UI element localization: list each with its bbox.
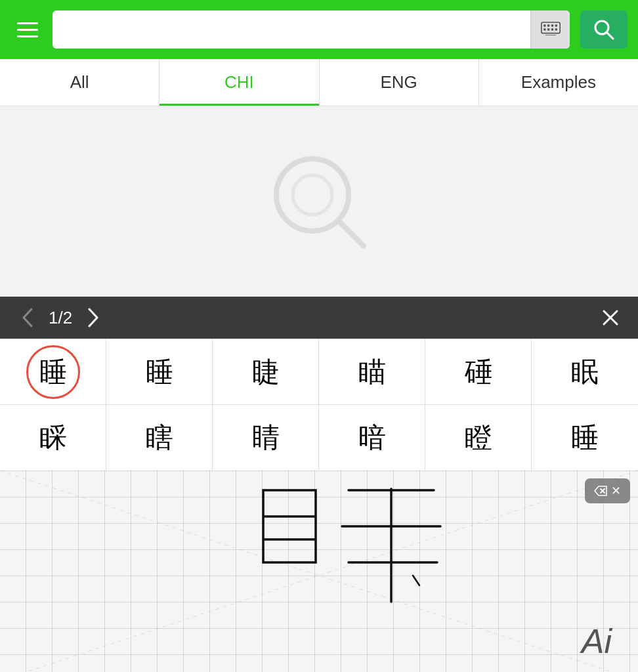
header xyxy=(0,0,638,59)
keyboard-button[interactable] xyxy=(530,10,570,49)
svg-line-11 xyxy=(606,32,613,39)
svg-rect-4 xyxy=(555,24,557,26)
search-icon xyxy=(593,18,615,41)
char-cell-3[interactable]: 瞄 xyxy=(319,339,425,405)
tab-examples[interactable]: Examples xyxy=(479,59,638,106)
char-cell-9[interactable]: 暗 xyxy=(319,405,425,471)
svg-rect-6 xyxy=(547,28,549,30)
svg-rect-7 xyxy=(551,28,553,30)
ai-label: Ai xyxy=(582,621,612,661)
menu-icon-line3 xyxy=(17,35,38,37)
char-cell-2[interactable]: 睫 xyxy=(213,339,319,405)
char-cell-8[interactable]: 睛 xyxy=(213,405,319,471)
svg-rect-2 xyxy=(547,24,549,26)
chevron-right-icon xyxy=(87,308,100,327)
tabs-bar: All CHI ENG Examples xyxy=(0,59,638,106)
chevron-left-icon xyxy=(21,308,34,327)
svg-rect-22 xyxy=(263,490,316,562)
svg-marker-19 xyxy=(595,486,606,495)
char-cell-4[interactable]: 硾 xyxy=(425,339,532,405)
drawing-area[interactable]: ✕ Ai xyxy=(0,471,638,672)
delete-stroke-label: ✕ xyxy=(611,484,621,498)
char-circled: 睡 xyxy=(26,345,80,399)
prev-page-button[interactable] xyxy=(13,303,42,332)
keyboard-icon xyxy=(541,22,561,38)
next-page-button[interactable] xyxy=(79,303,108,332)
char-cell-7[interactable]: 瞎 xyxy=(106,405,213,471)
svg-rect-8 xyxy=(555,28,557,30)
menu-icon-line1 xyxy=(17,22,38,24)
search-button[interactable] xyxy=(580,10,627,49)
svg-rect-3 xyxy=(551,24,553,26)
char-cell-1[interactable]: 睡 xyxy=(106,339,213,405)
char-cell-6[interactable]: 睬 xyxy=(0,405,106,471)
char-cell-0[interactable]: 睡 xyxy=(0,339,106,405)
char-cell-11[interactable]: 睡 xyxy=(532,405,638,471)
drawn-character-strokes xyxy=(250,484,447,667)
svg-rect-1 xyxy=(543,24,545,26)
char-cell-5[interactable]: 眠 xyxy=(532,339,638,405)
svg-point-13 xyxy=(293,175,332,215)
menu-button[interactable] xyxy=(11,12,45,47)
tab-eng[interactable]: ENG xyxy=(320,59,479,106)
close-icon xyxy=(601,308,620,327)
svg-rect-0 xyxy=(541,22,559,33)
search-placeholder-icon xyxy=(266,149,372,254)
char-grid: 睡 睡 睫 瞄 硾 眠 睬 瞎 睛 暗 瞪 睡 xyxy=(0,339,638,471)
close-results-button[interactable] xyxy=(596,303,625,332)
search-bar xyxy=(53,10,570,49)
char-cell-10[interactable]: 瞪 xyxy=(425,405,532,471)
empty-search-area xyxy=(0,106,638,297)
delete-stroke-button[interactable]: ✕ xyxy=(585,478,630,503)
svg-line-29 xyxy=(413,576,419,585)
tab-all[interactable]: All xyxy=(0,59,160,106)
backspace-icon xyxy=(594,484,607,497)
menu-icon-line2 xyxy=(17,29,38,31)
svg-line-14 xyxy=(339,221,364,246)
pagination-bar: 1/2 xyxy=(0,297,638,339)
page-indicator: 1/2 xyxy=(49,308,72,328)
svg-rect-9 xyxy=(545,35,556,35)
tab-chi[interactable]: CHI xyxy=(160,59,319,106)
svg-rect-5 xyxy=(543,28,545,30)
search-input[interactable] xyxy=(53,10,530,49)
